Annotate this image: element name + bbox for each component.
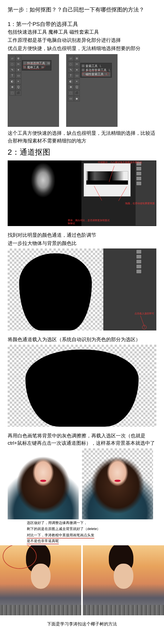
red-note-top: 中间部分，小心擦试免不留痕迹不留白点 — [98, 161, 142, 164]
channel-screenshot-2: 点击载入选区即可 — [8, 248, 156, 330]
ps-panel-lasso: ▱⊕ ◌✂ ✎✦ T▭ ◐⌖ ✥Q ⬚⬛ ▭◆ 套索工具L 多边形套索工具L 磁… — [66, 54, 118, 127]
sunset-portrait-left — [0, 545, 81, 615]
step1-title: 第一步：如何抠图？？自己回想一下有哪些抠图的方法？ — [8, 5, 156, 14]
channels-panel — [136, 161, 156, 226]
ps-toolbar-screenshots: ▱⊕ ◌✂ ✎✦ T▭ ◐⌖ ✥Q ⬚⬛ 快速选择工具W 魔棒工具W ▱⊕ ◌✂… — [8, 54, 156, 127]
sec1-line3: 优点是方便快捷，缺点也很明显，无法精细地选择想要的部分 — [8, 45, 156, 52]
channels-panel-2 — [136, 249, 156, 330]
caption-1b: 进一步拉大物体与背景的颜色比 — [8, 240, 156, 247]
section-1-head: 1：第一个PS自带的选择工具 — [8, 20, 156, 28]
color-portrait-cutout — [82, 448, 153, 519]
bw-portrait — [8, 160, 81, 226]
footer-text: 下面是学习李涛扣这个椰子树的方法 — [8, 621, 156, 628]
sec1-summary: 这个工具方便快速的选择，缺点也很明显，无法精细的选择，比较适合那种海报素材不需要… — [8, 130, 156, 145]
silhouette-on-checker — [8, 248, 103, 330]
sunset-compare-row — [0, 545, 164, 615]
caption-4b: 剩下的就是在原图上减去背景就好了（delete） — [27, 526, 156, 531]
ps-panel-quickselect: ▱⊕ ◌✂ ✎✦ T▭ ◐⌖ ✥Q ⬚⬛ 快速选择工具W 魔棒工具W — [8, 54, 59, 127]
caption-3: 再用白色画笔将背景中的灰色调擦擦，再载入选区一次（也就是ctrl+鼠标左键再点击… — [8, 432, 156, 447]
red-note-right: 拖拽，右滑动使轮廓更明显 — [125, 202, 155, 205]
caption-5: 对比一下，李涛教程中直接用画笔画点头发 是不是也非常逼真呢 — [27, 533, 156, 544]
channel-screenshot-1: 中间部分，小心擦试免不留痕迹不留白点 拖拽，右滑动使轮廓更明显 整体，黑白对比，… — [8, 160, 156, 226]
caption-1a: 找到对比明显的颜色通道，通过色阶调节 — [8, 232, 156, 239]
color-portrait-row — [8, 448, 156, 519]
channel-screenshot-3 — [8, 345, 156, 427]
red-note-load: 点击载入选区即可 — [134, 312, 154, 315]
sec1-line2: 工作原理都是基于电脑自动识别差异化部分进行选择 — [8, 37, 156, 44]
red-note-bottom: 整体，黑白对比，是否调整更加明显试验验证 — [68, 219, 112, 225]
step2-title: 2：通道抠图 — [8, 146, 156, 158]
caption-4a: 选区做好了，用调整边缘再微调一下， — [27, 520, 156, 525]
flyout-quick-select: 快速选择工具W 魔棒工具W — [22, 60, 51, 71]
flyout-lasso: 套索工具L 多边形套索工具L 磁性套索工具L — [80, 63, 112, 78]
color-portrait-original — [8, 448, 79, 519]
sunset-portrait-right — [83, 545, 164, 615]
caption-2: 将颜色通道载入为选区（系统自动识别为亮色的部分为选区） — [8, 336, 156, 344]
sec1-line1: 包括快速选择工具 魔棒工具 磁性套索工具 — [8, 28, 156, 36]
